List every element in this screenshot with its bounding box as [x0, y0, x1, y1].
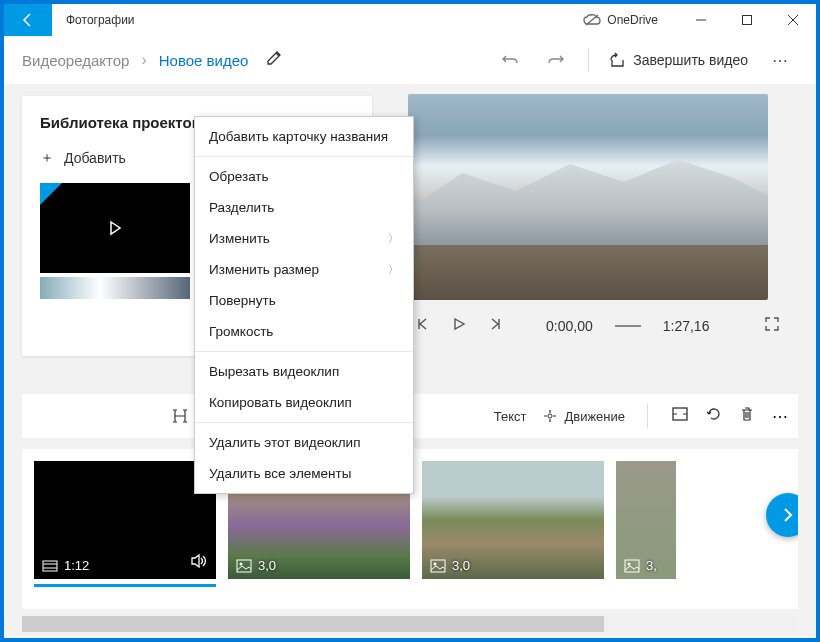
volume-icon[interactable] — [190, 553, 208, 573]
image-icon — [624, 559, 640, 573]
export-icon — [609, 52, 625, 68]
main-toolbar: Видеоредактор › Новое видео Завершить ви… — [4, 36, 816, 84]
svg-rect-9 — [43, 561, 57, 571]
trim-tool-button[interactable] — [172, 408, 188, 424]
play-icon — [107, 220, 123, 236]
clip-context-menu: Добавить карточку названия Обрезать Разд… — [194, 116, 414, 494]
svg-point-15 — [434, 562, 437, 565]
fullscreen-button[interactable] — [764, 316, 780, 335]
menu-copy-clip[interactable]: Копировать видеоклип — [195, 387, 413, 418]
chevron-right-icon — [779, 506, 797, 524]
storyboard-clip[interactable]: 3,0 — [422, 461, 604, 579]
onedrive-label: OneDrive — [607, 13, 658, 27]
aspect-button[interactable] — [672, 407, 688, 425]
menu-cut-clip[interactable]: Вырезать видеоклип — [195, 356, 413, 387]
breadcrumb-root[interactable]: Видеоредактор — [22, 52, 129, 69]
svg-point-13 — [240, 562, 243, 565]
redo-button[interactable] — [536, 40, 576, 80]
time-current: 0:00,00 — [546, 318, 593, 334]
storyboard-clip[interactable]: 3, — [616, 461, 676, 579]
library-thumbnail-small[interactable] — [40, 277, 190, 299]
storyboard-more-button[interactable]: ⋯ — [772, 407, 788, 426]
edit-name-button[interactable] — [266, 50, 282, 70]
menu-trim[interactable]: Обрезать — [195, 161, 413, 192]
motion-icon — [542, 408, 558, 424]
prev-frame-button[interactable] — [416, 317, 430, 334]
maximize-button[interactable] — [724, 4, 770, 36]
play-button[interactable] — [452, 317, 466, 334]
menu-delete-clip[interactable]: Удалить этот видеоклип — [195, 427, 413, 458]
svg-point-17 — [628, 562, 631, 565]
separator — [588, 48, 589, 72]
back-button[interactable] — [4, 4, 52, 36]
titlebar: Фотографии OneDrive — [4, 4, 816, 36]
image-icon — [236, 559, 252, 573]
svg-rect-14 — [431, 560, 445, 572]
plus-icon: ＋ — [40, 149, 54, 167]
time-total: 1:27,16 — [663, 318, 710, 334]
finish-video-label: Завершить видео — [633, 52, 748, 68]
rotate-button[interactable] — [706, 406, 722, 426]
trim-icon — [172, 408, 188, 424]
player-controls: 0:00,00 1:27,16 — [408, 300, 788, 351]
add-label: Добавить — [64, 150, 126, 166]
library-thumbnail[interactable] — [40, 183, 190, 273]
delete-button[interactable] — [740, 406, 754, 426]
menu-delete-all[interactable]: Удалить все элементы — [195, 458, 413, 489]
svg-point-5 — [548, 414, 552, 418]
scroll-next-button[interactable] — [766, 493, 798, 537]
menu-rotate[interactable]: Повернуть — [195, 285, 413, 316]
clip-selected-indicator — [34, 584, 216, 587]
menu-volume[interactable]: Громкость — [195, 316, 413, 347]
menu-resize[interactable]: Изменить размер〉 — [195, 254, 413, 285]
image-icon — [430, 559, 446, 573]
finish-video-button[interactable]: Завершить видео — [601, 52, 756, 68]
menu-add-title-card[interactable]: Добавить карточку названия — [195, 121, 413, 152]
cloud-icon — [583, 14, 601, 26]
onedrive-status[interactable]: OneDrive — [583, 13, 658, 27]
chevron-right-icon: 〉 — [388, 231, 399, 246]
text-button[interactable]: Текст — [494, 409, 527, 424]
more-button[interactable]: ⋯ — [762, 51, 798, 70]
motion-button[interactable]: Движение — [542, 408, 625, 424]
time-separator — [615, 325, 641, 327]
chevron-right-icon: 〉 — [388, 262, 399, 277]
clip-icon — [42, 560, 58, 572]
close-button[interactable] — [770, 4, 816, 36]
svg-rect-16 — [625, 560, 639, 572]
svg-rect-12 — [237, 560, 251, 572]
svg-rect-2 — [743, 16, 752, 25]
horizontal-scrollbar[interactable] — [22, 616, 798, 632]
storyboard-clip[interactable]: 1:12 — [34, 461, 216, 579]
menu-split[interactable]: Разделить — [195, 192, 413, 223]
app-title: Фотографии — [52, 13, 135, 27]
minimize-button[interactable] — [678, 4, 724, 36]
breadcrumb-project[interactable]: Новое видео — [159, 52, 249, 69]
undo-button[interactable] — [490, 40, 530, 80]
selected-corner-icon — [40, 183, 62, 205]
chevron-right-icon: › — [141, 51, 146, 69]
next-frame-button[interactable] — [488, 317, 502, 334]
video-preview[interactable] — [408, 94, 768, 300]
menu-edit[interactable]: Изменить〉 — [195, 223, 413, 254]
